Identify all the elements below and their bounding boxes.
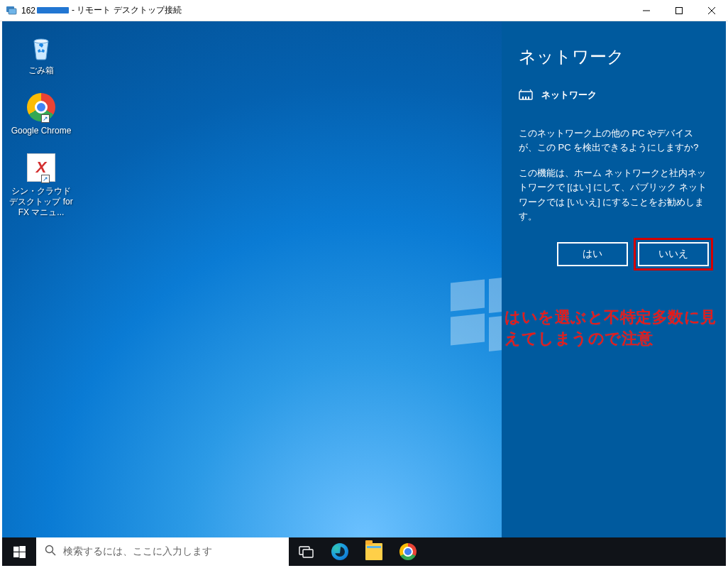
network-section-row: ネットワーク <box>519 88 709 102</box>
maximize-button[interactable] <box>663 0 695 21</box>
chrome-icon: ↗ <box>26 92 57 123</box>
svg-rect-1 <box>9 9 16 14</box>
svg-rect-14 <box>19 552 26 557</box>
svg-rect-18 <box>303 550 313 557</box>
minimize-button[interactable] <box>630 0 663 21</box>
network-panel: ネットワーク ネットワーク このネットワーク上の他の PC やデバイスが、この … <box>502 21 726 537</box>
shortcut-arrow-icon: ↗ <box>41 175 50 183</box>
search-placeholder: 検索するには、ここに入力します <box>63 545 212 558</box>
network-buttons: はい いいえ <box>519 242 709 266</box>
taskbar-chrome[interactable] <box>391 537 425 566</box>
taskbar-explorer[interactable] <box>357 537 391 566</box>
taskbar-edge[interactable] <box>323 537 357 566</box>
edge-icon <box>331 543 348 560</box>
shortcut-arrow-icon: ↗ <box>41 114 50 123</box>
svg-rect-12 <box>19 546 26 552</box>
recycle-bin-icon[interactable]: ごみ箱 <box>9 31 73 76</box>
title-prefix: 162 <box>21 6 35 16</box>
network-message-1: このネットワーク上の他の PC やデバイスが、この PC を検出できるようにしま… <box>519 126 709 155</box>
recycle-bin-label: ごみ箱 <box>9 65 73 76</box>
taskbar: 検索するには、ここに入力します <box>2 537 726 566</box>
svg-rect-11 <box>13 546 19 551</box>
svg-point-15 <box>46 546 53 553</box>
network-panel-title: ネットワーク <box>519 45 709 68</box>
chrome-label: Google Chrome <box>9 126 73 136</box>
titlebar: 162 - リモート デスクトップ接続 <box>0 0 728 21</box>
taskbar-search[interactable]: 検索するには、ここに入力します <box>36 537 289 566</box>
rdp-icon <box>6 5 17 16</box>
start-button[interactable] <box>2 537 36 566</box>
ethernet-icon <box>519 88 533 102</box>
search-icon <box>45 545 56 559</box>
svg-rect-9 <box>525 97 526 99</box>
title-redacted <box>37 7 69 13</box>
desktop-icons: ごみ箱 ↗ Google Chrome X ↗ シン・クラウドデスクトップ fo… <box>9 31 73 234</box>
network-section-label: ネットワーク <box>541 89 597 102</box>
svg-rect-13 <box>13 552 19 557</box>
rdp-window: 162 - リモート デスクトップ接続 <box>0 0 728 568</box>
task-view-button[interactable] <box>289 537 323 566</box>
remote-desktop-area: ごみ箱 ↗ Google Chrome X ↗ シン・クラウドデスクトップ fo… <box>2 21 726 566</box>
title-suffix: - リモート デスクトップ接続 <box>72 4 182 16</box>
svg-rect-8 <box>522 97 524 99</box>
svg-rect-10 <box>528 97 529 99</box>
close-button[interactable] <box>695 0 728 21</box>
chrome-shortcut-icon[interactable]: ↗ Google Chrome <box>9 92 73 136</box>
trash-icon <box>26 31 57 62</box>
yes-button[interactable]: はい <box>557 242 628 266</box>
annotation-text: はいを選ぶと不特定多数に見えてしまうので注意 <box>504 307 720 349</box>
network-message-2: この機能は、ホーム ネットワークと社内ネットワークで [はい] にして、パブリッ… <box>519 166 709 224</box>
chrome-icon <box>399 543 417 560</box>
document-icon: X ↗ <box>26 152 57 183</box>
no-button[interactable]: いいえ <box>638 242 709 266</box>
svg-rect-3 <box>676 7 683 13</box>
remote-desktop[interactable]: ごみ箱 ↗ Google Chrome X ↗ シン・クラウドデスクトップ fo… <box>2 21 726 566</box>
app-shortcut-icon[interactable]: X ↗ シン・クラウドデスクトップ for FX マニュ... <box>9 152 73 218</box>
app-label: シン・クラウドデスクトップ for FX マニュ... <box>9 186 73 218</box>
svg-point-6 <box>34 39 48 43</box>
folder-icon <box>365 543 382 560</box>
svg-line-16 <box>53 552 56 556</box>
